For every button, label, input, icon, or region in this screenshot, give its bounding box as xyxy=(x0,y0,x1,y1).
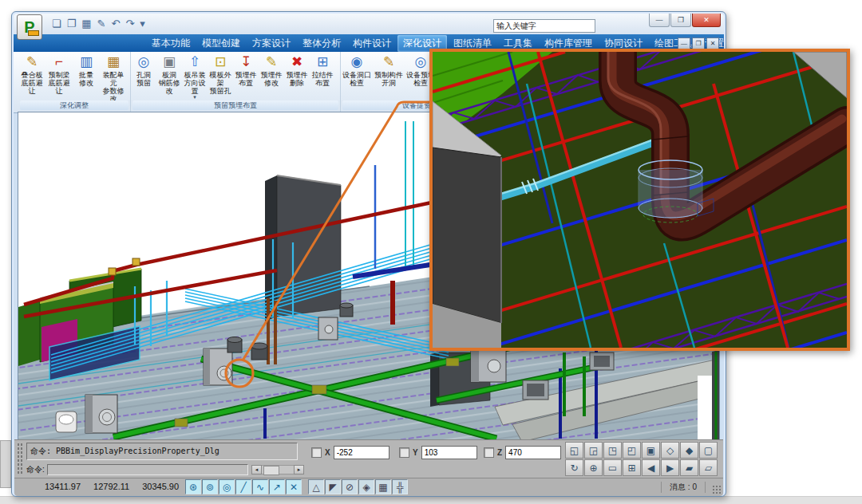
center-snap-toggle[interactable]: ◎ xyxy=(219,479,235,494)
keyword-search-input[interactable] xyxy=(493,19,595,33)
ribbon-button-icon: ◉ xyxy=(351,53,363,71)
view-cone-toggle[interactable]: ◤ xyxy=(325,479,341,494)
polar-snap-toggle[interactable]: ⊚ xyxy=(202,479,218,494)
scroll-thumb[interactable] xyxy=(263,466,279,475)
view-back-button[interactable]: ▢ xyxy=(699,442,718,459)
view-top-button[interactable]: ▣ xyxy=(642,442,660,459)
y-label: Y xyxy=(413,448,418,457)
scroll-track[interactable] xyxy=(262,465,294,474)
cursor-coordinates: 13411.9712792.1130345.90 xyxy=(45,482,192,491)
orbit-button[interactable]: ↻ xyxy=(565,459,583,476)
ribbon-button-icon: ◎ xyxy=(138,53,150,71)
view-nw-iso-button[interactable]: ◰ xyxy=(623,442,641,459)
ribbon-button-icon: ▣ xyxy=(163,53,176,71)
render-mode-toggle[interactable]: ◈ xyxy=(358,479,374,494)
panel-drag-handle[interactable] xyxy=(17,443,23,474)
batch-modify-button[interactable]: ▥ 批量 修改 xyxy=(73,52,100,100)
formwork-hole-button[interactable]: ⊡ 模板外架 预留孔 xyxy=(208,52,233,100)
ribbon-group-label: 深化调整 xyxy=(20,100,129,110)
command-history: 命令: PBBim_DisplayPrecisionProperty_Dlg xyxy=(26,443,298,460)
ribbon-button-icon: ✎ xyxy=(26,53,38,71)
view-right-button[interactable]: ◆ xyxy=(680,442,698,459)
title-bar: ❏❐▦✎↶↷▾ — ❐ ✕ xyxy=(14,14,724,34)
x-coordinate-input[interactable] xyxy=(334,446,389,459)
toolbar-more-icon[interactable]: ▾ xyxy=(140,18,145,30)
ribbon-button-icon: ◎ xyxy=(415,53,427,71)
z-lock-checkbox[interactable] xyxy=(484,447,494,458)
endpoint-snap-toggle[interactable]: ╱ xyxy=(235,479,251,494)
axis-display-toggle[interactable]: △ xyxy=(308,479,324,494)
crosshair-toggle[interactable]: ╬ xyxy=(392,479,408,494)
new-file-icon[interactable]: ❏ xyxy=(52,18,61,30)
tangent-snap-toggle[interactable]: ↗ xyxy=(269,479,285,494)
ribbon-button-icon: ⊡ xyxy=(215,53,226,71)
device-opening-check-button[interactable]: ◉ 设备洞口 检查 xyxy=(341,52,373,100)
slab-hole-rebar-button[interactable]: ▣ 板洞 钢筋修改 xyxy=(156,52,182,100)
embed-part-place-button[interactable]: ↧ 预埋件 布置 xyxy=(233,52,259,100)
previous-view-button[interactable]: ◀ xyxy=(642,459,660,476)
menu-tab[interactable]: 构件设计 xyxy=(347,35,397,52)
restore-button[interactable]: ❐ xyxy=(670,14,691,27)
scroll-left-arrow[interactable]: ◂ xyxy=(251,465,262,474)
logo-accent xyxy=(28,30,39,36)
embed-part-delete-button[interactable]: ✖ 预埋件 删除 xyxy=(284,52,310,100)
menu-tab[interactable]: 基本功能 xyxy=(146,35,196,52)
ribbon-button-icon: ▥ xyxy=(80,53,93,71)
slab-hoist-direction-button[interactable]: ⇧ 板吊装 方向设置 ▾ xyxy=(182,52,208,100)
undo-icon[interactable]: ↶ xyxy=(112,18,121,30)
ribbon-button-icon: ▦ xyxy=(107,53,120,71)
background-window-sliver xyxy=(0,440,11,488)
save-as-icon[interactable]: ✎ xyxy=(97,18,106,30)
precast-beam-rebar-avoid-button[interactable]: ⌐ 预制梁 底筋避让 xyxy=(45,52,73,100)
app-logo-button[interactable]: P xyxy=(17,14,42,40)
view-front-button[interactable]: ◇ xyxy=(661,442,679,459)
view-se-iso-button[interactable]: ◲ xyxy=(584,442,603,459)
minimize-button[interactable]: — xyxy=(649,14,670,27)
equipment-unit xyxy=(471,347,506,382)
precast-member-opening-button[interactable]: ✎ 预制构件 开洞 xyxy=(373,52,405,100)
resize-grip[interactable] xyxy=(712,485,722,494)
intersection-snap-toggle[interactable]: ✕ xyxy=(286,479,302,494)
grid-snap-toggle[interactable]: ⊛ xyxy=(185,479,201,494)
grid-display-toggle[interactable]: ▦ xyxy=(375,479,391,494)
menu-tab[interactable]: 模型创建 xyxy=(196,35,246,52)
command-input[interactable] xyxy=(47,464,248,475)
wireframe-mode-button[interactable]: ▱ xyxy=(699,459,718,476)
mdi-minimize-button[interactable]: — xyxy=(678,37,690,49)
open-file-icon[interactable]: ❐ xyxy=(67,18,77,30)
mdi-close-button[interactable]: ✕ xyxy=(706,37,719,49)
y-lock-checkbox[interactable] xyxy=(399,447,409,458)
view-sw-iso-button[interactable]: ◱ xyxy=(565,442,583,459)
save-icon[interactable]: ▦ xyxy=(81,18,91,30)
menu-tab[interactable]: 方案设计 xyxy=(247,35,296,52)
message-counter[interactable]: 消息 : 0 xyxy=(661,482,706,493)
mdi-restore-button[interactable]: ❐ xyxy=(692,37,705,49)
view-toolbar: ◱◲◳◰▣◇◆▢↻⊕▭⊞◀▶▰▱ xyxy=(565,442,718,476)
view-ne-iso-button[interactable]: ◳ xyxy=(603,442,622,459)
ribbon-button-icon: ✎ xyxy=(383,53,394,71)
zoom-extents-button[interactable]: ⊞ xyxy=(623,459,641,476)
equipment-unit xyxy=(85,395,117,433)
ribbon-button-icon: ✎ xyxy=(266,53,277,71)
disable-toggle[interactable]: ⊘ xyxy=(342,479,358,494)
y-coordinate-input[interactable] xyxy=(421,446,477,459)
menu-tab[interactable]: 整体分析 xyxy=(297,35,346,52)
ribbon-group-label: 预留预埋布置 xyxy=(132,100,338,110)
hole-reserve-button[interactable]: ◎ 孔洞 预留 xyxy=(131,52,156,100)
embed-part-modify-button[interactable]: ✎ 预埋件 修改 xyxy=(259,52,284,100)
x-lock-checkbox[interactable] xyxy=(311,447,322,458)
close-button[interactable]: ✕ xyxy=(692,14,721,27)
command-scrollbar[interactable]: ◂ ▸ xyxy=(251,465,304,474)
next-view-button[interactable]: ▶ xyxy=(661,459,679,476)
z-coordinate-input[interactable] xyxy=(505,446,561,459)
shaded-mode-button[interactable]: ▰ xyxy=(680,459,698,476)
curve-snap-toggle[interactable]: ∿ xyxy=(252,479,268,494)
window-controls: — ❐ ✕ xyxy=(649,14,721,27)
slab-bottom-rebar-avoid-button[interactable]: ✎ 叠合板 底筋避让 xyxy=(18,52,45,100)
redo-icon[interactable]: ↷ xyxy=(125,18,134,30)
scroll-right-arrow[interactable]: ▸ xyxy=(294,465,304,474)
tie-part-place-button[interactable]: ⊞ 拉结件 布置 xyxy=(310,52,335,100)
pan-button[interactable]: ⊕ xyxy=(584,459,603,476)
zoom-window-button[interactable]: ▭ xyxy=(603,459,622,476)
assembly-unit-params-button[interactable]: ▦ 装配单元 参数修改 xyxy=(100,52,127,100)
